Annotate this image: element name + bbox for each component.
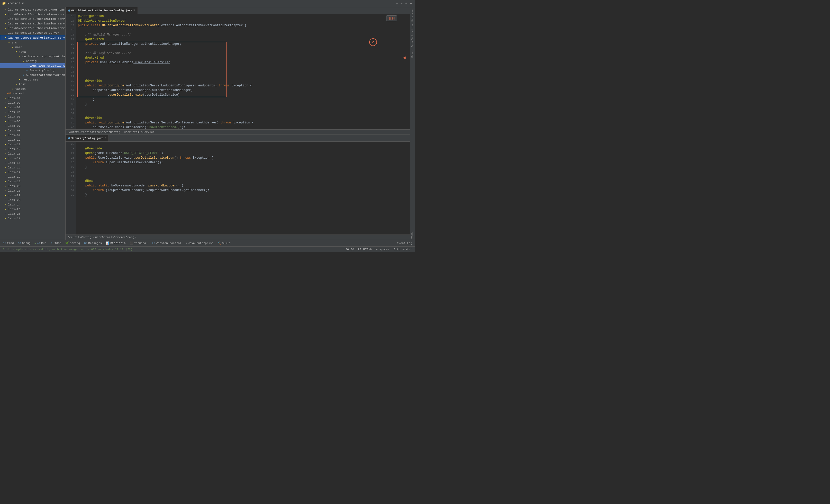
toolbar-java-enterprise[interactable]: ☕ Java Enterprise bbox=[184, 241, 215, 245]
toolbar-run[interactable]: ▶ 4: Run bbox=[33, 241, 47, 245]
line-num: 39 bbox=[67, 120, 74, 125]
toolbar-debug[interactable]: 5: Debug bbox=[17, 241, 32, 245]
sidebar-item-labx26[interactable]: ▸ labx-26 bbox=[0, 211, 65, 216]
sidebar-item-labx01[interactable]: ▸ labx-01 bbox=[0, 96, 65, 100]
right-tab-bean-validation[interactable]: Bean Validation bbox=[411, 23, 414, 48]
sidebar-item-test[interactable]: ▸ test bbox=[0, 82, 65, 86]
status-bar: Build completed successfully with 4 warn… bbox=[0, 246, 415, 252]
sidebar-item-lab68-demo01[interactable]: ▸ lab-68-demo01-resource-owner-password-… bbox=[0, 7, 65, 12]
sidebar-item-main[interactable]: ▾ main bbox=[0, 45, 65, 50]
sidebar-item-labx24[interactable]: ▸ labx-24 bbox=[0, 202, 65, 207]
sidebar-item-labx21[interactable]: ▸ labx-21 bbox=[0, 188, 65, 193]
gear-icon[interactable]: ⚙ bbox=[405, 1, 408, 6]
toolbar-build[interactable]: 🔨 Build bbox=[216, 241, 232, 245]
sidebar-item-lab68-demo02-implicit[interactable]: ▸ lab-68-demo02-authorization-server-wit… bbox=[0, 21, 65, 26]
sidebar-item-labx13[interactable]: ▸ labx-13 bbox=[0, 151, 65, 156]
tab-secconfig[interactable]: SecurityConfig.java × bbox=[66, 135, 109, 141]
sidebar-item-labx23[interactable]: ▸ labx-23 bbox=[0, 197, 65, 202]
sidebar-item-labx05[interactable]: ▸ labx-05 bbox=[0, 114, 65, 119]
toolbar-find[interactable]: 3: Find bbox=[2, 241, 15, 245]
sidebar-item-lab68-demo02-server[interactable]: ▸ lab-68-demo02-resource-server bbox=[0, 30, 65, 35]
editor-tabs-bottom: SecurityConfig.java × bbox=[66, 135, 410, 142]
code-line: private AuthenticationManager authentica… bbox=[78, 42, 408, 46]
sidebar-item-labx06[interactable]: ▸ labx-06 bbox=[0, 119, 65, 123]
right-tab-database[interactable]: Database bbox=[411, 8, 414, 23]
right-tab-maven[interactable]: Maven bbox=[411, 49, 414, 59]
toolbar-statistic[interactable]: 📊 Statistic bbox=[105, 241, 127, 245]
sidebar-item-lab68-demo02-auth[interactable]: ▸ lab-68-demo02-authorization-server-wit… bbox=[0, 12, 65, 17]
sidebar-item-labx19[interactable]: ▸ labx-19 bbox=[0, 179, 65, 184]
sidebar-item-labx11[interactable]: ▸ labx-11 bbox=[0, 142, 65, 147]
line-num: 25 bbox=[67, 156, 74, 160]
sidebar-item-labx15[interactable]: ▸ labx-15 bbox=[0, 160, 65, 165]
sidebar-item-labx22[interactable]: ▸ labx-22 bbox=[0, 193, 65, 197]
sidebar-item-app[interactable]: ☕ AuthorizationServerApplication bbox=[0, 72, 65, 77]
project-label[interactable]: Project bbox=[7, 2, 20, 5]
line-num: 31 bbox=[67, 183, 74, 188]
sidebar-item-labx12[interactable]: ▸ labx-12 bbox=[0, 147, 65, 151]
minimize-icon[interactable]: — bbox=[409, 1, 413, 6]
sidebar-item-src[interactable]: ▾ src bbox=[0, 40, 65, 45]
code-line bbox=[78, 169, 408, 174]
sidebar-item-labx09[interactable]: ▸ labx-09 bbox=[0, 133, 65, 137]
sidebar-item-package[interactable]: ▾ cn.iocoder.springboot.lab68.authorizat… bbox=[0, 54, 65, 59]
sidebar-item-target[interactable]: ▸ target bbox=[0, 86, 65, 91]
sidebar-item-labx18[interactable]: ▸ labx-18 bbox=[0, 174, 65, 179]
event-log[interactable]: Event Log bbox=[396, 241, 413, 245]
toolbar-todo[interactable]: 6: TODO bbox=[49, 241, 63, 245]
sidebar-item-labx07[interactable]: ▸ labx-07 bbox=[0, 123, 65, 128]
sidebar-item-labx14[interactable]: ▸ labx-14 bbox=[0, 156, 65, 160]
git-branch[interactable]: Git: master bbox=[393, 248, 413, 251]
sidebar-item-labx27[interactable]: ▸ labx-27 bbox=[0, 216, 65, 221]
tab-oauth2config[interactable]: OAuth2AuthorizationServerConfig.java × bbox=[66, 7, 138, 13]
sidebar-item-pomxml[interactable]: xml pom.xml bbox=[0, 91, 65, 96]
code-line: @Configuration bbox=[78, 14, 408, 19]
folder-icon: ▸ bbox=[4, 31, 7, 34]
line-num: 24 bbox=[67, 151, 74, 156]
folder-open-icon: ▾ bbox=[11, 45, 14, 49]
sidebar-item-labx25[interactable]: ▸ labx-25 bbox=[0, 207, 65, 211]
toolbar-messages[interactable]: 0: Messages bbox=[83, 241, 103, 245]
toolbar-spring[interactable]: 🌿 Spring bbox=[64, 241, 81, 245]
sidebar-label: test bbox=[19, 83, 26, 86]
tab-close-icon[interactable]: × bbox=[133, 9, 135, 12]
folder-icon: ▸ bbox=[14, 82, 18, 86]
sidebar-item-secconfig[interactable]: ☕ SecurityConfig bbox=[0, 68, 65, 72]
sidebar-item-lab68-demo02-resource-owner[interactable]: ▸ lab-68-demo02-authorization-server-wit… bbox=[0, 26, 65, 30]
line-ending[interactable]: LF UTF-8 bbox=[357, 248, 373, 251]
sidebar-item-labx16[interactable]: ▸ labx-16 bbox=[0, 165, 65, 170]
indent-info[interactable]: 4 spaces bbox=[375, 248, 390, 251]
sidebar-item-labx03[interactable]: ▸ labx-03 bbox=[0, 105, 65, 109]
title-bar-actions: ⚙ ↔ ⚙ — bbox=[395, 1, 413, 6]
project-dropdown-icon[interactable]: ▼ bbox=[22, 2, 24, 5]
sidebar-item-java[interactable]: ▾ java bbox=[0, 50, 65, 54]
line-num: 17 bbox=[67, 19, 74, 23]
toolbar-version-control[interactable]: 9: Version Control bbox=[151, 241, 183, 245]
editor-pane-top[interactable]: 复制 16 17 18 19 20 21 22 23 2 bbox=[66, 14, 410, 129]
toolbar-terminal[interactable]: ⬛ Terminal bbox=[129, 241, 149, 245]
sidebar-item-config[interactable]: ▾ config bbox=[0, 59, 65, 63]
right-tab-todo[interactable]: TODO bbox=[411, 231, 414, 240]
editor-pane-bottom[interactable]: 22 23 24 25 26 27 28 29 30 31 32 33 bbox=[66, 142, 410, 234]
settings-icon[interactable]: ⚙ bbox=[395, 1, 399, 6]
sidebar-label: main bbox=[15, 45, 22, 49]
sidebar-item-labx20[interactable]: ▸ labx-20 bbox=[0, 184, 65, 188]
cursor-position[interactable]: 30:30 bbox=[345, 248, 355, 251]
folder-open-icon: ▾ bbox=[14, 50, 18, 54]
sidebar-item-labx02[interactable]: ▸ labx-02 bbox=[0, 100, 65, 105]
copy-badge[interactable]: 复制 bbox=[386, 15, 397, 21]
sidebar-item-labx10[interactable]: ▸ labx-10 bbox=[0, 137, 65, 142]
sidebar-item-oauth2config[interactable]: ☕ OAuth2AuthorizationServerConfig bbox=[0, 63, 65, 68]
toolbar-label: Version Control bbox=[156, 242, 182, 245]
split-icon[interactable]: ↔ bbox=[400, 1, 404, 6]
line-num: 32 bbox=[67, 188, 74, 193]
tab-close-icon[interactable]: × bbox=[104, 137, 106, 139]
sidebar-item-resources[interactable]: ▸ resources bbox=[0, 77, 65, 82]
sidebar-item-lab68-demo03[interactable]: ▾ lab-68-demo03-authorization-server-wit… bbox=[0, 35, 65, 40]
sidebar-label: src bbox=[11, 41, 17, 44]
sidebar-item-labx08[interactable]: ▸ labx-08 bbox=[0, 128, 65, 133]
sidebar-item-labx04[interactable]: ▸ labx-04 bbox=[0, 109, 65, 114]
sidebar-item-lab68-demo02-client[interactable]: ▸ lab-68-demo02-authorization-server-wit… bbox=[0, 17, 65, 21]
line-num: 26 bbox=[67, 160, 74, 165]
sidebar-item-labx17[interactable]: ▸ labx-17 bbox=[0, 170, 65, 174]
